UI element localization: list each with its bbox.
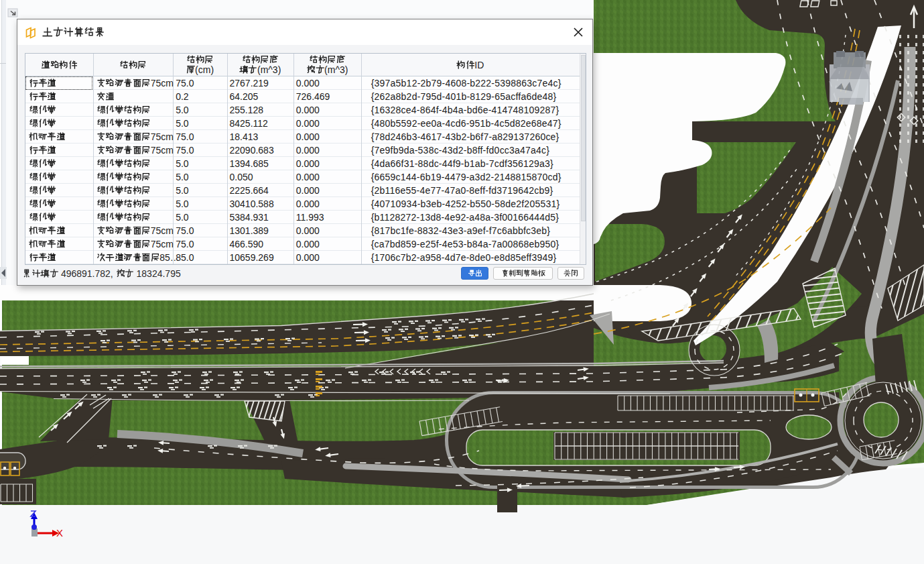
svg-text:X: X (56, 527, 63, 539)
